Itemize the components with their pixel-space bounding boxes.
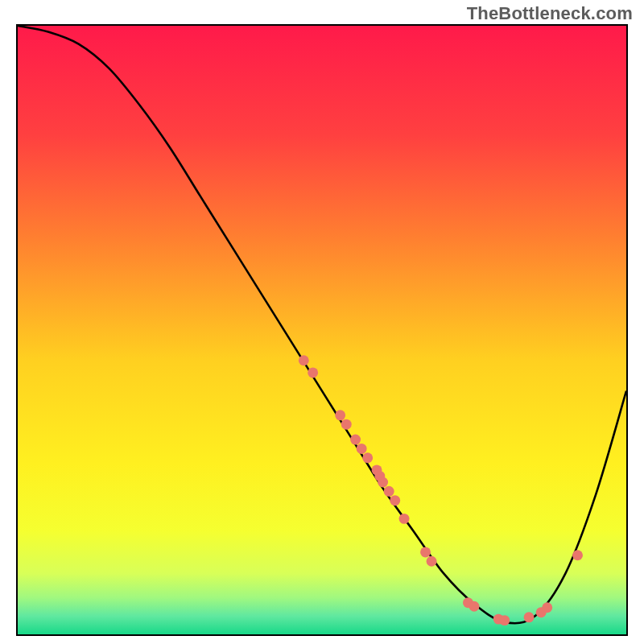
highlight-point [357,444,367,454]
highlight-points [299,355,583,625]
highlight-point [362,452,373,463]
highlight-point [341,419,352,430]
curve-layer [18,26,626,634]
bottleneck-curve [18,26,626,623]
watermark-text: TheBottleneck.com [467,3,633,24]
highlight-point [499,615,510,625]
highlight-point [299,355,309,365]
highlight-point [420,547,431,557]
highlight-point [384,486,394,497]
highlight-point [572,550,583,560]
highlight-point [399,514,410,524]
highlight-point [524,612,535,622]
highlight-point [469,601,480,612]
chart-container: TheBottleneck.com [0,0,644,644]
highlight-point [335,410,345,420]
highlight-point [350,435,361,445]
highlight-point [378,477,388,488]
highlight-point [390,495,400,506]
highlight-point [308,367,318,378]
highlight-point [542,602,552,613]
highlight-point [427,556,437,567]
plot-area [16,24,628,636]
